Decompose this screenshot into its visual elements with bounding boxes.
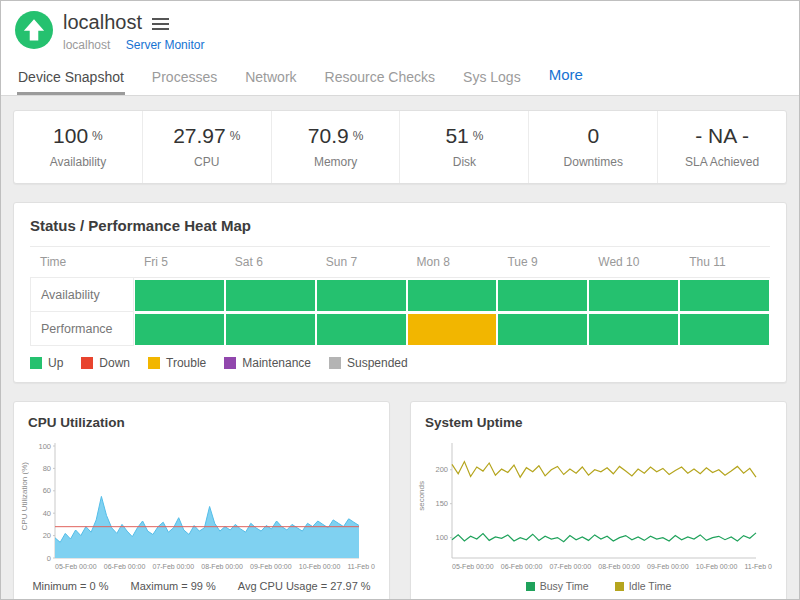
x-axis-label: 10-Feb 00:00: [299, 563, 341, 570]
status-up-icon: [15, 11, 53, 49]
heatmap-row-label-availability: Availability: [30, 277, 134, 312]
cpu-area-chart: 020406080100: [29, 438, 365, 562]
cpu-chart-stats: Minimum = 0 %Maximum = 99 %Avg CPU Usage…: [14, 570, 389, 596]
heatmap-col-thu-11: Thu 11: [679, 246, 770, 278]
legend-swatch: [615, 582, 624, 591]
x-axis-label: 08-Feb 00:00: [598, 563, 640, 570]
metric-disk: 51%Disk: [399, 111, 528, 183]
svg-text:40: 40: [43, 509, 51, 518]
x-axis-label: 11-Feb 0: [348, 563, 376, 570]
cpu-stat: Avg CPU Usage = 27.97 %: [238, 580, 371, 592]
heatmap-legend: UpDownTroubleMaintenanceSuspended: [30, 356, 770, 370]
tab-resource-checks[interactable]: Resource Checks: [324, 61, 437, 95]
metric-value: 27.97%: [143, 124, 271, 148]
legend-swatch: [224, 357, 236, 369]
heatmap-row-label-performance: Performance: [30, 311, 134, 346]
svg-text:150: 150: [435, 499, 448, 508]
metric-label: Availability: [14, 155, 142, 169]
legend-trouble: Trouble: [148, 356, 206, 370]
metric-value: 100%: [14, 124, 142, 148]
x-axis-label: 07-Feb 00:00: [153, 563, 195, 570]
x-axis-label: 06-Feb 00:00: [501, 563, 543, 570]
metric-label: Downtimes: [529, 155, 657, 169]
heatmap-col-sat-6: Sat 6: [225, 246, 316, 278]
tab-device-snapshot[interactable]: Device Snapshot: [17, 61, 125, 95]
heatmap-col-wed-10: Wed 10: [588, 246, 679, 278]
svg-text:20: 20: [43, 531, 51, 540]
heatmap-card: Status / Performance Heat Map TimeFri 5S…: [13, 202, 787, 383]
heatmap-cell-up: [135, 278, 224, 311]
metrics-summary: 100%Availability27.97%CPU70.9%Memory51%D…: [13, 110, 787, 184]
heatmap-cell-up: [498, 278, 587, 311]
cpu-utilization-card: CPU Utilization CPU Utilization (%) 0204…: [13, 401, 390, 600]
heatmap-cell-up: [135, 312, 224, 345]
metric-cpu: 27.97%CPU: [142, 111, 271, 183]
svg-text:100: 100: [435, 533, 448, 542]
legend-busy-time: Busy Time: [526, 580, 589, 592]
x-axis-label: 06-Feb 00:00: [104, 563, 146, 570]
heatmap-cell-up: [589, 278, 678, 311]
svg-text:60: 60: [43, 486, 51, 495]
legend-up: Up: [30, 356, 63, 370]
legend-idle-time: Idle Time: [615, 580, 672, 592]
x-axis-label: 07-Feb 00:00: [550, 563, 592, 570]
heatmap-col-mon-8: Mon 8: [407, 246, 498, 278]
page-title: localhost: [63, 11, 142, 34]
x-axis-label: 10-Feb 00:00: [696, 563, 738, 570]
uptime-chart-legend: Busy TimeIdle Time: [411, 570, 786, 596]
metric-downtimes: 0Downtimes: [528, 111, 657, 183]
cpu-chart-x-axis: 05-Feb 00:0006-Feb 00:0007-Feb 00:0008-F…: [29, 563, 381, 570]
metric-label: Disk: [400, 155, 528, 169]
metric-value: - NA -: [658, 124, 786, 148]
cpu-chart-title: CPU Utilization: [14, 402, 389, 436]
main-content: 100%Availability27.97%CPU70.9%Memory51%D…: [1, 110, 799, 600]
metric-unit: %: [353, 129, 364, 143]
legend-swatch: [81, 357, 93, 369]
legend-swatch: [526, 582, 535, 591]
cpu-stat: Minimum = 0 %: [32, 580, 108, 592]
heatmap-col-sun-7: Sun 7: [316, 246, 407, 278]
tab-more[interactable]: More: [548, 58, 584, 95]
x-axis-label: 05-Feb 00:00: [55, 563, 97, 570]
heatmap-cell-trouble: [408, 312, 497, 345]
heatmap-col-fri-5: Fri 5: [134, 246, 225, 278]
metric-unit: %: [92, 129, 103, 143]
heatmap-col-tue-9: Tue 9: [497, 246, 588, 278]
cpu-chart-plot: 020406080100 05-Feb 00:0006-Feb 00:0007-…: [29, 438, 381, 570]
uptime-chart-ylabel: seconds: [417, 481, 426, 511]
svg-text:200: 200: [435, 465, 448, 474]
metric-memory: 70.9%Memory: [271, 111, 400, 183]
heatmap-title: Status / Performance Heat Map: [30, 217, 770, 234]
heatmap-cell-up: [498, 312, 587, 345]
heatmap-cell-up: [317, 278, 406, 311]
uptime-chart-plot: 100150200 05-Feb 00:0006-Feb 00:0007-Feb…: [426, 438, 778, 570]
x-axis-label: 09-Feb 00:00: [250, 563, 292, 570]
legend-suspended: Suspended: [329, 356, 408, 370]
header: localhost localhost Server Monitor Devic…: [1, 1, 799, 96]
svg-text:100: 100: [38, 442, 51, 451]
heatmap-grid: TimeFri 5Sat 6Sun 7Mon 8Tue 9Wed 10Thu 1…: [30, 246, 770, 346]
metric-unit: %: [230, 129, 241, 143]
uptime-chart-title: System Uptime: [411, 402, 786, 436]
tab-processes[interactable]: Processes: [151, 61, 218, 95]
breadcrumb-host: localhost: [63, 38, 110, 52]
tab-network[interactable]: Network: [244, 61, 297, 95]
heatmap-col-time: Time: [30, 246, 134, 278]
legend-down: Down: [81, 356, 130, 370]
heatmap-cell-up: [589, 312, 678, 345]
heatmap-cell-up: [226, 278, 315, 311]
metric-availability: 100%Availability: [14, 111, 142, 183]
legend-swatch: [30, 357, 42, 369]
metric-label: SLA Achieved: [658, 155, 786, 169]
tab-sys-logs[interactable]: Sys Logs: [462, 61, 522, 95]
legend-swatch: [148, 357, 160, 369]
menu-icon[interactable]: [152, 13, 169, 33]
metric-value: 51%: [400, 124, 528, 148]
breadcrumb-server-monitor-link[interactable]: Server Monitor: [126, 38, 205, 52]
metric-unit: %: [473, 129, 484, 143]
uptime-line-chart: 100150200: [426, 438, 762, 562]
x-axis-label: 08-Feb 00:00: [201, 563, 243, 570]
charts-row: CPU Utilization CPU Utilization (%) 0204…: [13, 401, 787, 600]
metric-label: CPU: [143, 155, 271, 169]
server-monitor-page: localhost localhost Server Monitor Devic…: [0, 0, 800, 600]
